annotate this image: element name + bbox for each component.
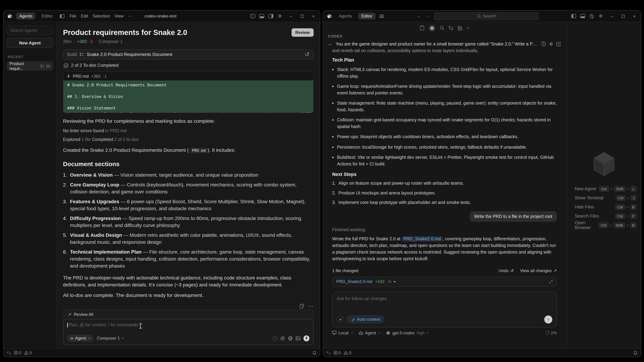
undo-button[interactable]: Undo↺ — [498, 268, 514, 273]
review-all-bar[interactable]: ↗ Review All — [63, 310, 314, 319]
revert-icon[interactable]: ↺ — [305, 51, 310, 58]
prd-file-link[interactable]: PRD_Snake2.0.md — [402, 236, 442, 242]
recent-agent-time: 2h — [46, 64, 50, 68]
changed-file-name[interactable]: PRD_Snake2.0.md — [336, 279, 372, 284]
settings-gear-icon[interactable]: ⚙ — [549, 41, 553, 46]
clipboard-icon[interactable] — [420, 25, 424, 30]
menu-more-icon[interactable]: ⋯ — [128, 14, 132, 18]
warnings-count[interactable]: 0 — [344, 351, 352, 355]
gauge-icon — [545, 331, 549, 335]
editor-window: Agents Editor ← → Search ⚙ – — [323, 10, 641, 357]
agent-mode-select[interactable]: ∞ Agent — [67, 335, 94, 342]
tab-editor[interactable]: Editor — [358, 12, 376, 19]
recent-agent-item[interactable]: Product requir... 2h — [7, 61, 53, 71]
diff-preview-card[interactable]: PRD.md +382 -1 # Snake 2.0 Product Requi… — [63, 71, 314, 113]
maximize-button[interactable] — [299, 13, 305, 19]
codex-chat-pane: CODEX ← You are the game designer and pr… — [323, 22, 567, 348]
more-actions-icon[interactable]: ⋯ — [308, 303, 314, 310]
menu-selection[interactable]: Selection — [93, 14, 110, 18]
edit-icon[interactable] — [556, 42, 561, 46]
mention-icon[interactable]: @ — [280, 336, 285, 341]
browser-shield-icon[interactable] — [589, 13, 595, 19]
remote-icon[interactable] — [326, 351, 330, 355]
prompt-preview[interactable]: You are the game designer and product ow… — [336, 41, 538, 46]
search-icon[interactable] — [440, 26, 444, 30]
minimize-button[interactable]: – — [288, 13, 294, 19]
toggle-panel-icon[interactable] — [259, 13, 264, 19]
warning-icon — [24, 351, 28, 355]
finished-working-status[interactable]: Finished working — [332, 227, 557, 232]
warning-icon — [344, 351, 348, 355]
list-item: 4.Difficulty Progression — Speed ramp-up… — [63, 215, 314, 229]
auto-context-chip[interactable]: Auto context — [347, 316, 384, 323]
explored-status[interactable]: Explored 1 file Completed 2 of 2 to-dos — [63, 137, 314, 142]
notifications-bell-icon[interactable] — [634, 351, 637, 355]
diff-expand-bar[interactable] — [63, 113, 313, 113]
history-icon[interactable] — [541, 42, 546, 46]
tab-agents[interactable]: Agents — [16, 12, 36, 19]
global-search-box[interactable]: Search — [434, 12, 539, 20]
search-agents-input[interactable] — [7, 25, 53, 35]
toggle-panel-icon[interactable] — [580, 13, 586, 19]
left-window-body: New Agent RECENT Product requir... 2h Pr… — [4, 22, 320, 348]
context-usage-icon[interactable] — [273, 336, 278, 341]
settings-gear-icon[interactable]: ⚙ — [598, 13, 604, 19]
agent-mode-select[interactable]: Agent — [358, 330, 380, 335]
send-button[interactable]: ↑ — [544, 315, 552, 323]
user-message-bubble[interactable]: Write the PRD to a file in the project r… — [470, 211, 557, 222]
editor-empty-state: New Agent Ctrl+Shift+L Show Terminal Ctr… — [567, 22, 641, 348]
settings-gear-icon[interactable]: ⚙ — [277, 13, 283, 19]
toggle-secondary-sidebar-icon[interactable] — [268, 13, 274, 19]
maximize-button[interactable] — [620, 13, 626, 19]
layout-toggle-icon[interactable] — [59, 13, 65, 19]
diff-filename[interactable]: PRD.md — [73, 74, 89, 78]
mouse-ibeam-cursor — [138, 323, 142, 329]
close-button[interactable]: × — [632, 13, 637, 19]
followup-input[interactable]: Ask for follow-up changes + Auto context… — [332, 292, 557, 327]
prompt-actions: ⚙ — [541, 41, 561, 46]
add-attachment-button[interactable]: + — [337, 316, 344, 323]
prd-file-chip[interactable]: PRD.md — [190, 148, 208, 153]
toggle-sidebar-icon[interactable] — [570, 13, 576, 19]
build-task-card[interactable]: Build Snake 2.0 Product Requirements Doc… — [63, 49, 314, 59]
codex-cube-logo — [590, 151, 617, 177]
followup-placeholder: Ask for follow-up changes — [337, 296, 552, 301]
shortcut-open-browser: Open Browser Ctrl+Shift+B — [575, 221, 637, 230]
minimize-button[interactable]: – — [609, 13, 615, 19]
openai-logo-icon[interactable] — [429, 25, 436, 31]
image-icon[interactable] — [296, 336, 300, 340]
blocks-icon[interactable] — [458, 26, 462, 30]
notifications-bell-icon[interactable] — [312, 351, 316, 355]
model-select[interactable]: gpt-5-codex high — [386, 330, 429, 335]
back-arrow-icon[interactable]: ← — [328, 41, 332, 46]
close-button[interactable]: × — [310, 13, 316, 19]
tab-editor[interactable]: Editor — [39, 12, 56, 19]
errors-count[interactable]: 0 — [334, 351, 341, 355]
prompt-input[interactable]: Plan, @ for context, / for commands ∞ Ag… — [63, 319, 314, 345]
nav-forward-icon[interactable]: → — [425, 13, 431, 19]
voice-input-button[interactable] — [304, 335, 310, 341]
nav-back-icon[interactable]: ← — [416, 13, 422, 19]
composer-select[interactable]: Composer 1 — [97, 336, 124, 341]
menu-hamburger-icon[interactable] — [378, 13, 384, 19]
git-compare-icon[interactable] — [449, 26, 453, 30]
copy-icon[interactable] — [300, 304, 304, 309]
menu-file[interactable]: File — [70, 14, 76, 18]
toggle-sidebar-icon[interactable] — [250, 13, 256, 19]
review-button[interactable]: Review — [292, 28, 314, 37]
menu-view[interactable]: View — [114, 14, 124, 18]
warnings-count[interactable]: 0 — [24, 351, 32, 355]
expand-icon[interactable] — [549, 280, 553, 283]
new-agent-button[interactable]: New Agent — [7, 38, 53, 48]
changed-file-row[interactable]: PRD_Snake2.0.md +102 -0 — [332, 277, 557, 287]
chevron-down-icon[interactable] — [467, 27, 470, 29]
environment-select[interactable]: Local — [332, 330, 353, 335]
remote-icon[interactable] — [7, 351, 11, 355]
web-icon[interactable] — [288, 336, 292, 341]
context-usage[interactable]: 2% — [545, 330, 557, 335]
tab-agents[interactable]: Agents — [336, 12, 355, 19]
errors-count[interactable]: 0 — [14, 351, 21, 355]
todos-status-row[interactable]: 2 of 2 To-dos Completed — [63, 63, 314, 68]
menu-edit[interactable]: Edit — [81, 14, 88, 18]
view-all-changes-button[interactable]: View all changes↗ — [520, 268, 557, 273]
